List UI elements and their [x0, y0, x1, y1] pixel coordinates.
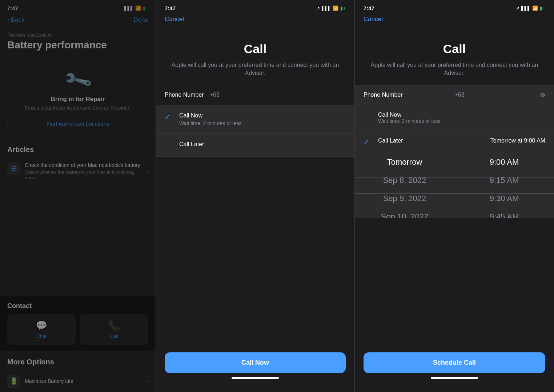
date-picker-col[interactable]: Tomorrow Sep 8, 2022 Sep 9, 2022 Sep 10,…	[355, 153, 454, 218]
more-options-title: More Options	[7, 358, 148, 366]
phone-clear-icon[interactable]: ⊗	[540, 91, 545, 99]
picker-date-1[interactable]: Sep 8, 2022	[355, 171, 454, 189]
status-time-1: 7:47	[7, 5, 18, 11]
action-bar-2: Call Now	[156, 345, 354, 392]
page-title-1: Battery performance	[0, 39, 156, 58]
picker-time-2[interactable]: 9:30 AM	[454, 189, 554, 208]
call-icon: 📞	[108, 320, 120, 331]
call-later-option-3[interactable]: ✓ Call Later Tomorrow at 9:00 AM	[355, 131, 554, 153]
call-later-text: Call Later	[179, 141, 346, 149]
picker-date-0[interactable]: Tomorrow	[355, 153, 454, 171]
time-picker-col[interactable]: 9:00 AM 9:15 AM 9:30 AM 9:45 AM	[454, 153, 554, 218]
call-later-title-3: Call Later	[378, 137, 485, 144]
status-icons-3: ↗ ▌▌▌ 📶 ▮+	[516, 5, 545, 11]
article-title: Check the condition of your Mac notebook…	[25, 162, 142, 168]
call-now-subtitle-3: Wait time: 2 minutes or less	[378, 118, 545, 124]
battery-icon-1: ▮+	[143, 5, 148, 11]
call-now-button[interactable]: Call Now	[165, 352, 346, 373]
schedule-call-button[interactable]: Schedule Call	[364, 352, 545, 373]
cancel-button-3[interactable]: Cancel	[364, 16, 383, 23]
location-icon-2: ↗	[316, 6, 320, 11]
phone-row-3[interactable]: Phone Number +63 ⊗	[355, 85, 554, 105]
battery-icon-2: ▮+	[340, 5, 346, 11]
status-time-3: 7:47	[364, 5, 374, 11]
call-title-section-3: Call Apple will call you at your preferr…	[355, 27, 554, 85]
signal-icon-2: ▌▌▌	[322, 6, 331, 11]
status-time-2: 7:47	[165, 5, 176, 11]
article-desc: Check whether the battery in your Mac is…	[25, 169, 142, 180]
picker-date-2[interactable]: Sep 9, 2022	[355, 189, 454, 208]
call-now-text-3: Call Now Wait time: 2 minutes or less	[378, 112, 545, 124]
back-button-1[interactable]: ‹ Back	[7, 16, 24, 24]
picker-date-3[interactable]: Sep 10, 2022	[355, 208, 454, 218]
contact-title: Contact	[7, 302, 148, 310]
wifi-icon-2: 📶	[333, 5, 338, 11]
call-title-3: Call	[369, 42, 539, 56]
check-icon-call-later-3: ✓	[364, 138, 372, 146]
action-bar-3: Schedule Call	[355, 345, 554, 392]
home-indicator-2	[232, 377, 279, 379]
call-now-title-3: Call Now	[378, 112, 545, 118]
nav-bar-3: Cancel	[355, 13, 554, 27]
nav-bar-2: Cancel	[156, 13, 354, 27]
done-button-1[interactable]: Done	[133, 16, 148, 24]
spacer-2	[156, 157, 354, 345]
cancel-button-2[interactable]: Cancel	[165, 16, 184, 23]
picker-time-3[interactable]: 9:45 AM	[454, 208, 554, 218]
phone-label-3: Phone Number	[364, 92, 449, 98]
article-item[interactable]: ☰ Check the condition of your Mac notebo…	[0, 157, 156, 185]
more-chevron-icon: ›	[146, 378, 148, 384]
call-now-text: Call Now Wait time: 2 minutes or less	[179, 112, 346, 126]
back-chevron-icon: ‹	[7, 16, 9, 24]
call-title-section-2: Call Apple will call you at your preferr…	[156, 27, 354, 85]
wifi-icon-3: 📶	[532, 5, 538, 11]
article-text: Check the condition of your Mac notebook…	[25, 162, 142, 180]
options-section-2: ✓ Call Now Wait time: 2 minutes or less …	[156, 105, 354, 157]
call-now-subtitle: Wait time: 2 minutes or less	[179, 120, 346, 126]
status-bar-1: 7:47 ▌▌▌ 📶 ▮+	[0, 0, 156, 13]
wifi-icon-1: 📶	[135, 5, 141, 11]
panel-call-now: 7:47 ↗ ▌▌▌ 📶 ▮+ Cancel Call Apple will c…	[156, 0, 355, 392]
phone-row-2[interactable]: Phone Number +63	[156, 85, 354, 105]
call-now-option[interactable]: ✓ Call Now Wait time: 2 minutes or less	[156, 105, 354, 134]
call-title-2: Call	[170, 42, 340, 56]
status-icons-2: ↗ ▌▌▌ 📶 ▮+	[316, 5, 346, 11]
status-bar-2: 7:47 ↗ ▌▌▌ 📶 ▮+	[156, 0, 354, 13]
status-icons-1: ▌▌▌ 📶 ▮+	[124, 5, 148, 11]
chat-button[interactable]: 💬 Chat	[7, 314, 76, 345]
call-later-option[interactable]: Call Later	[156, 134, 354, 157]
call-button[interactable]: 📞 Call	[80, 314, 148, 345]
options-section-3: Call Now Wait time: 2 minutes or less ✓ …	[355, 105, 554, 153]
chat-label: Chat	[36, 333, 46, 339]
call-later-title: Call Later	[179, 141, 346, 148]
more-item-title: Maximize Battery Life	[25, 378, 73, 384]
nav-bar-1: ‹ Back Done	[0, 13, 156, 27]
check-icon-call-now: ✓	[165, 113, 173, 121]
picker-time-0[interactable]: 9:00 AM	[454, 153, 554, 171]
call-desc-2: Apple will call you at your preferred ti…	[170, 61, 340, 77]
call-later-time: Tomorrow at 9:00 AM	[490, 137, 545, 144]
call-desc-3: Apple will call you at your preferred ti…	[369, 61, 539, 77]
battery-icon-3: ▮+	[540, 5, 545, 11]
more-item-text: Maximize Battery Life	[25, 378, 73, 384]
panel-battery-performance: 7:47 ▌▌▌ 📶 ▮+ ‹ Back Done Rachel's MacBo…	[0, 0, 156, 392]
contact-buttons: 💬 Chat 📞 Call	[7, 314, 148, 345]
repair-desc: Find a local Apple Authorized Service Pr…	[25, 105, 131, 111]
call-now-title: Call Now	[179, 112, 346, 119]
battery-icon-item: 🔋	[7, 375, 20, 388]
screwdriver-icon: 🔧	[62, 65, 94, 96]
phone-value-2: +63	[210, 92, 220, 98]
device-label: Rachel's MacBook Air	[0, 27, 156, 39]
call-label: Call	[110, 333, 118, 339]
find-authorized-locations-button[interactable]: Find Authorized Locations	[7, 117, 148, 131]
call-now-option-3[interactable]: Call Now Wait time: 2 minutes or less	[355, 105, 554, 131]
article-chevron-icon: ›	[146, 168, 148, 175]
chat-icon: 💬	[36, 320, 47, 331]
call-later-text-3: Call Later	[378, 137, 485, 144]
more-item-battery[interactable]: 🔋 Maximize Battery Life ›	[7, 370, 148, 392]
time-picker[interactable]: Tomorrow Sep 8, 2022 Sep 9, 2022 Sep 10,…	[355, 153, 554, 218]
content-area-1: Rachel's MacBook Air Battery performance…	[0, 27, 156, 296]
status-bar-3: 7:47 ↗ ▌▌▌ 📶 ▮+	[355, 0, 554, 13]
picker-time-1[interactable]: 9:15 AM	[454, 171, 554, 189]
article-icon: ☰	[7, 162, 20, 175]
